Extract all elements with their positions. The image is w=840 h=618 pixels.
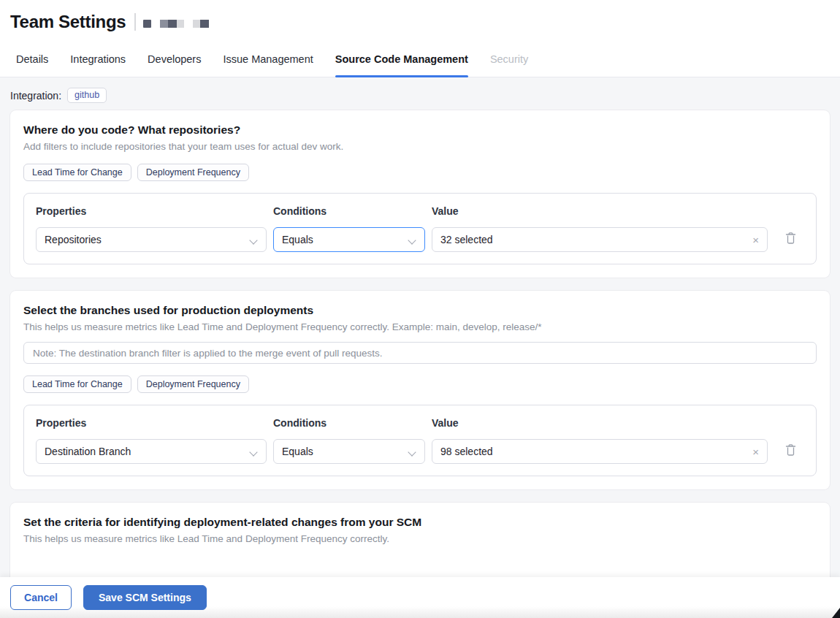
properties-label: Properties xyxy=(36,205,267,217)
section-description: This helps us measure metrics like Lead … xyxy=(23,321,817,332)
tab-details[interactable]: Details xyxy=(16,41,48,77)
badge-deployment-frequency: Deployment Frequency xyxy=(137,375,249,393)
page-title: Team Settings xyxy=(10,12,126,32)
chevron-down-icon xyxy=(409,236,416,243)
redacted-block xyxy=(193,20,209,28)
value-multiselect-text: 32 selected xyxy=(440,234,493,245)
integration-row: Integration: github xyxy=(10,88,830,103)
tab-developers[interactable]: Developers xyxy=(148,41,201,77)
filter-card: Properties Conditions Value Repositories… xyxy=(23,193,817,264)
delete-filter-button[interactable] xyxy=(780,439,801,464)
properties-select-value: Repositories xyxy=(45,234,102,245)
clear-icon[interactable]: × xyxy=(752,234,759,245)
trash-icon xyxy=(784,232,797,248)
section-title: Select the branches used for production … xyxy=(23,304,817,317)
section-description: Add filters to include repositories that… xyxy=(23,141,817,152)
value-label: Value xyxy=(432,417,768,429)
tab-integrations[interactable]: Integrations xyxy=(70,41,126,77)
value-multiselect-text: 98 selected xyxy=(440,446,493,457)
redacted-team-name xyxy=(143,20,209,28)
redacted-block xyxy=(143,20,151,28)
app-header: Team Settings xyxy=(0,0,840,41)
tabs-bar: Details Integrations Developers Issue Ma… xyxy=(0,41,840,77)
clear-icon[interactable]: × xyxy=(752,446,759,457)
badge-lead-time-for-change: Lead Time for Change xyxy=(23,375,131,393)
conditions-label: Conditions xyxy=(273,417,425,429)
section-title: Set the criteria for identifying deploym… xyxy=(23,516,817,529)
conditions-select[interactable]: Equals xyxy=(273,439,425,464)
value-multiselect[interactable]: 32 selected × xyxy=(432,227,768,252)
conditions-label: Conditions xyxy=(273,205,425,217)
conditions-select[interactable]: Equals xyxy=(273,227,425,252)
branch-note-input[interactable] xyxy=(23,342,817,364)
properties-select[interactable]: Destination Branch xyxy=(36,439,267,464)
properties-select[interactable]: Repositories xyxy=(36,227,267,252)
section-branches: Select the branches used for production … xyxy=(10,291,830,489)
title-separator xyxy=(134,13,136,31)
value-label: Value xyxy=(432,205,768,217)
metric-badge-row: Lead Time for Change Deployment Frequenc… xyxy=(23,164,817,181)
properties-select-value: Destination Branch xyxy=(45,446,131,457)
cancel-button[interactable]: Cancel xyxy=(10,585,72,610)
integration-badge: github xyxy=(67,88,107,103)
filter-card: Properties Conditions Value Destination … xyxy=(23,405,817,476)
section-title: Where do you code? What repositories? xyxy=(23,123,817,137)
metric-badge-row: Lead Time for Change Deployment Frequenc… xyxy=(23,375,817,393)
conditions-select-value: Equals xyxy=(282,234,313,245)
chevron-down-icon xyxy=(251,448,258,455)
integration-label: Integration: xyxy=(10,90,61,102)
mouse-cursor xyxy=(832,608,840,618)
tab-issue-management[interactable]: Issue Management xyxy=(223,41,313,77)
tab-security: Security xyxy=(490,41,528,77)
conditions-select-value: Equals xyxy=(282,446,313,457)
footer-bar: Cancel Save SCM Settings xyxy=(0,577,840,618)
redacted-block xyxy=(160,20,184,28)
chevron-down-icon xyxy=(251,236,258,243)
section-repositories: Where do you code? What repositories? Ad… xyxy=(10,110,830,278)
save-scm-settings-button[interactable]: Save SCM Settings xyxy=(83,585,207,610)
trash-icon xyxy=(784,443,797,459)
badge-deployment-frequency: Deployment Frequency xyxy=(137,164,249,181)
badge-lead-time-for-change: Lead Time for Change xyxy=(23,164,131,181)
value-multiselect[interactable]: 98 selected × xyxy=(432,439,768,464)
delete-filter-button[interactable] xyxy=(780,227,801,252)
section-description: This helps us measure metrics like Lead … xyxy=(23,533,817,544)
tab-source-code-management[interactable]: Source Code Management xyxy=(335,41,468,77)
chevron-down-icon xyxy=(409,448,416,455)
properties-label: Properties xyxy=(36,417,267,429)
